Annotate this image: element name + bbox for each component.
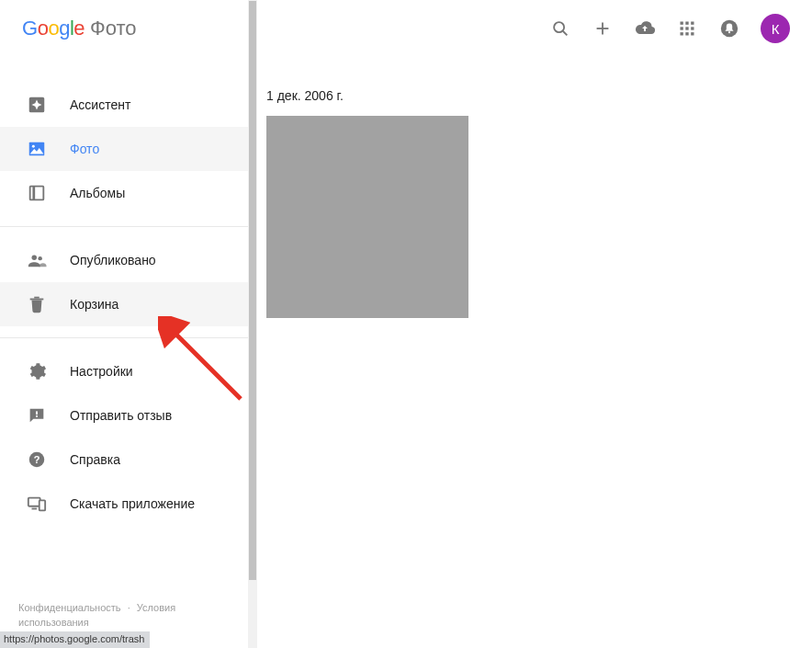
svg-point-6 [38, 256, 41, 260]
svg-rect-11 [28, 498, 40, 506]
svg-rect-4 [32, 187, 35, 200]
sidebar-item-label: Настройки [70, 364, 133, 379]
scrollbar-thumb[interactable] [249, 1, 256, 580]
notifications-icon[interactable] [718, 17, 740, 40]
dot-separator: · [128, 602, 130, 613]
svg-rect-25 [691, 32, 694, 35]
svg-text:?: ? [34, 454, 40, 465]
svg-rect-21 [685, 27, 688, 29]
topbar: К [257, 0, 812, 57]
assistant-icon [26, 94, 48, 116]
sidebar-item-label: Фото [70, 142, 99, 156]
sidebar-item-label: Корзина [70, 297, 118, 312]
sidebar-item-label: Справка [70, 452, 120, 467]
link-privacy[interactable]: Конфиденциальность [18, 602, 121, 613]
sidebar-item-download-app[interactable]: Скачать приложение [0, 482, 248, 526]
nav-secondary: Опубликовано Корзина [0, 238, 248, 326]
sidebar-item-feedback[interactable]: Отправить отзыв [0, 393, 248, 438]
sidebar-scrollbar[interactable] [248, 0, 257, 648]
svg-rect-24 [685, 32, 688, 35]
svg-rect-22 [691, 27, 694, 29]
gear-icon [26, 360, 48, 382]
sidebar-item-photos[interactable]: Фото [0, 127, 248, 171]
people-icon [26, 249, 48, 271]
sidebar-item-label: Отправить отзыв [70, 408, 172, 423]
google-wordmark: Google [22, 17, 85, 40]
sidebar-item-help[interactable]: ? Справка [0, 438, 248, 482]
sidebar-item-label: Скачать приложение [70, 496, 195, 511]
sidebar-item-label: Ассистент [70, 97, 130, 112]
svg-rect-8 [36, 415, 38, 417]
avatar-letter: К [772, 21, 780, 37]
svg-rect-17 [681, 22, 683, 25]
upload-icon[interactable] [634, 17, 656, 40]
svg-point-13 [554, 22, 564, 32]
svg-line-14 [563, 31, 568, 36]
brand-logo[interactable]: Google Фото [0, 0, 248, 57]
nav-tertiary: Настройки Отправить отзыв ? Справка Скач… [0, 349, 248, 526]
photo-thumbnail[interactable] [266, 116, 468, 318]
help-icon: ? [26, 449, 48, 471]
sidebar: Google Фото Ассистент Фото Альбомы [0, 0, 248, 648]
svg-point-27 [728, 31, 730, 33]
sidebar-item-label: Альбомы [70, 186, 125, 200]
nav-divider [0, 226, 248, 227]
svg-rect-18 [685, 22, 688, 25]
svg-rect-3 [30, 187, 44, 200]
browser-status-bar: https://photos.google.com/trash [0, 631, 150, 648]
feedback-icon [26, 404, 48, 426]
nav-divider [0, 337, 248, 338]
svg-rect-28 [266, 116, 468, 318]
sidebar-item-albums[interactable]: Альбомы [0, 171, 248, 215]
main-content: 1 дек. 2006 г. [266, 88, 812, 648]
sidebar-item-shared[interactable]: Опубликовано [0, 238, 248, 282]
photo-icon [26, 138, 48, 160]
sidebar-footer: Конфиденциальность · Условия использован… [18, 601, 230, 630]
albums-icon [26, 182, 48, 204]
sidebar-item-settings[interactable]: Настройки [0, 349, 248, 393]
svg-rect-23 [681, 32, 683, 35]
date-header: 1 дек. 2006 г. [266, 88, 812, 103]
create-icon[interactable] [592, 17, 614, 40]
sidebar-item-label: Опубликовано [70, 253, 156, 267]
svg-rect-20 [681, 27, 683, 29]
sidebar-item-assistant[interactable]: Ассистент [0, 83, 248, 127]
svg-rect-7 [36, 411, 38, 415]
account-avatar[interactable]: К [761, 14, 790, 43]
trash-icon [26, 293, 48, 315]
devices-icon [26, 493, 48, 515]
nav-primary: Ассистент Фото Альбомы [0, 57, 248, 215]
brand-suffix: Фото [90, 17, 137, 40]
status-url: https://photos.google.com/trash [4, 633, 144, 644]
apps-grid-icon[interactable] [676, 17, 698, 40]
search-icon[interactable] [549, 17, 571, 40]
svg-rect-12 [39, 500, 45, 510]
svg-rect-19 [691, 22, 694, 25]
sidebar-item-trash[interactable]: Корзина [0, 282, 248, 326]
svg-point-2 [32, 145, 35, 148]
svg-point-5 [32, 256, 38, 261]
